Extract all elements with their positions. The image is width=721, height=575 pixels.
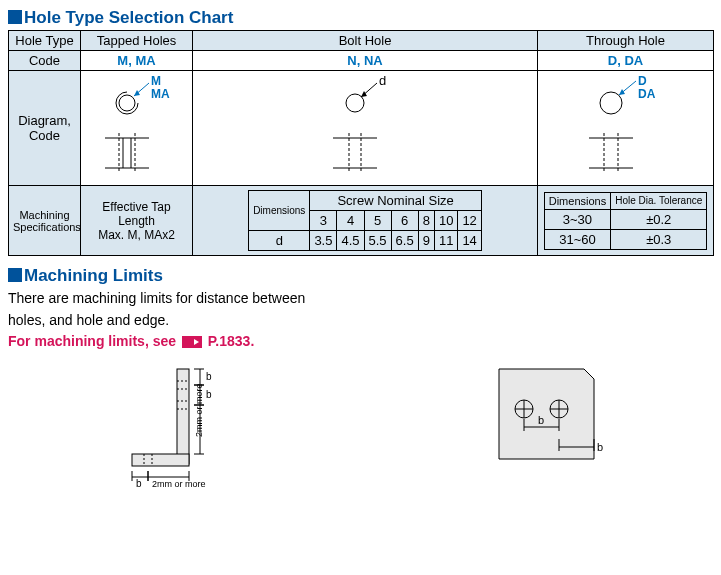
hdr-bolt: Bolt Hole [193,31,538,51]
svg-text:DA: DA [638,87,656,101]
bolt-inner-table: Dimensions Screw Nominal Size 3 4 5 6 8 … [248,190,482,251]
through-hole-diagram-icon: D DA [556,73,696,183]
spec-bolt: Dimensions Screw Nominal Size 3 4 5 6 8 … [193,186,538,256]
diagram-tapped: M MA [81,71,193,186]
svg-text:b: b [136,478,142,489]
svg-text:b: b [597,441,603,453]
limits-title: Machining Limits [8,266,713,286]
hdr-tapped: Tapped Holes [81,31,193,51]
svg-text:2mm or more: 2mm or more [194,383,204,437]
hdr-through: Through Hole [538,31,714,51]
square-bullet-icon [8,10,22,24]
bolt-hole-diagram-icon: d [295,73,435,183]
svg-text:b: b [538,414,544,426]
through-inner-table: Dimensions Hole Dia. Tolerance 3~30 ±0.2… [544,192,708,250]
svg-point-20 [600,92,622,114]
svg-rect-29 [177,369,189,464]
svg-rect-30 [132,454,189,466]
limits-diagram-right-icon: b b [489,359,619,479]
svg-text:b: b [206,389,212,400]
hole-chart-title: Hole Type Selection Chart [8,8,713,28]
svg-text:M: M [151,74,161,88]
row-spec-label: Machining Specifications [9,186,81,256]
limits-diagram-left-icon: b b 2mm or more b 2mm or more [122,359,282,489]
spec-through: Dimensions Hole Dia. Tolerance 3~30 ±0.2… [538,186,714,256]
svg-text:b: b [206,371,212,382]
row-diagram-label: Diagram, Code [9,71,81,186]
svg-text:D: D [638,74,647,88]
diagram-through: D DA [538,71,714,186]
limits-ref-line: For machining limits, see P.1833. [8,333,713,351]
row-code-label: Code [9,51,81,71]
limits-line1: There are machining limits for distance … [8,290,713,308]
code-tapped: M, MA [81,51,193,71]
svg-text:d: d [379,73,386,88]
svg-marker-3 [134,90,140,96]
tapped-hole-diagram-icon: M MA [87,73,187,183]
spec-tapped: Effective Tap Length Max. M, MAx2 [81,186,193,256]
diagram-bolt: d [193,71,538,186]
page-ref-icon [182,336,202,348]
code-through: D, DA [538,51,714,71]
svg-text:MA: MA [151,87,170,101]
svg-text:2mm or more: 2mm or more [152,479,206,489]
hdr-hole-type: Hole Type [9,31,81,51]
hole-type-table: Hole Type Tapped Holes Bolt Hole Through… [8,30,714,256]
svg-point-1 [119,95,135,111]
limits-line2: holes, and hole and edge. [8,312,713,330]
code-bolt: N, NA [193,51,538,71]
svg-marker-22 [619,89,625,95]
square-bullet-icon [8,268,22,282]
